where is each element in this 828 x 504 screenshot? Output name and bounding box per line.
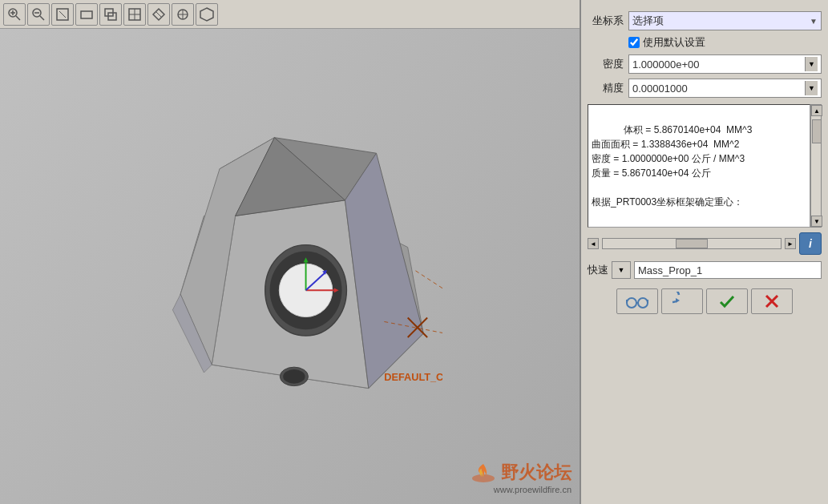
- use-default-checkbox[interactable]: [628, 37, 640, 48]
- quick-access-row: 快速 ▼: [588, 261, 822, 279]
- hscroll-row: ◄ ► i: [588, 232, 822, 255]
- preview-button[interactable]: [616, 288, 658, 314]
- model-3d: DEFAULT_CSYS: [138, 91, 442, 443]
- accuracy-label: 精度: [588, 81, 624, 95]
- coordinate-value: 选择项: [632, 14, 664, 28]
- scroll-thumb[interactable]: [812, 119, 822, 143]
- quick-dropdown[interactable]: ▼: [612, 261, 631, 279]
- density-label: 密度: [588, 57, 624, 71]
- info-button[interactable]: i: [799, 232, 822, 255]
- svg-line-16: [156, 11, 162, 18]
- coordinate-select[interactable]: 选择项 ▼: [628, 11, 822, 30]
- accuracy-field[interactable]: 0.00001000 ▼: [628, 79, 822, 98]
- scroll-track: [811, 116, 821, 216]
- zoom-fit-button[interactable]: [51, 3, 74, 26]
- results-text-area: 体积 = 5.8670140e+04 MM^3 曲面面积 = 1.3388436…: [588, 104, 810, 228]
- use-default-label: 使用默认设置: [643, 35, 705, 50]
- main-container: DEFAULT_CSYS 野火论坛 www.proewildfire.cn: [0, 0, 828, 504]
- density-arrow[interactable]: ▼: [805, 57, 818, 71]
- svg-point-47: [627, 298, 636, 308]
- view-button-6[interactable]: [196, 3, 218, 26]
- h-scroll-track: [602, 238, 782, 249]
- h-scroll-thumb[interactable]: [676, 239, 708, 248]
- svg-point-48: [638, 298, 648, 308]
- watermark: 野火论坛 www.proewildfire.cn: [471, 461, 572, 494]
- right-panel: 坐标系 选择项 ▼ 使用默认设置 密度 1.000000e+00 ▼: [580, 0, 828, 504]
- coordinate-row: 坐标系 选择项 ▼: [588, 11, 822, 30]
- svg-point-31: [283, 369, 305, 384]
- accuracy-value: 0.00001000: [632, 83, 688, 95]
- view-button-5[interactable]: [172, 3, 194, 26]
- view-button-1[interactable]: [75, 3, 98, 26]
- watermark-flame-icon: [471, 462, 496, 483]
- results-section: 体积 = 5.8670140e+04 MM^3 曲面面积 = 1.3388436…: [588, 104, 822, 228]
- coordinate-label: 坐标系: [588, 14, 624, 28]
- toolbar: [0, 0, 580, 29]
- zoom-out-button[interactable]: [27, 3, 50, 26]
- panel-content: 坐标系 选择项 ▼ 使用默认设置 密度 1.000000e+00 ▼: [581, 5, 828, 504]
- view-button-2[interactable]: [99, 3, 122, 26]
- svg-marker-52: [676, 298, 680, 303]
- accuracy-arrow[interactable]: ▼: [805, 81, 818, 95]
- confirm-button[interactable]: [706, 288, 748, 314]
- svg-rect-9: [81, 11, 92, 18]
- view-button-4[interactable]: [147, 3, 170, 26]
- viewport: DEFAULT_CSYS 野火论坛 www.proewildfire.cn: [0, 0, 580, 504]
- svg-text:DEFAULT_CSYS: DEFAULT_CSYS: [384, 370, 442, 382]
- action-buttons-row: [588, 288, 822, 314]
- coordinate-arrow: ▼: [810, 17, 818, 26]
- cancel-button[interactable]: [751, 288, 793, 314]
- use-default-row: 使用默认设置: [628, 35, 822, 50]
- rotate-button[interactable]: [661, 288, 703, 314]
- accuracy-row: 精度 0.00001000 ▼: [588, 79, 822, 98]
- watermark-url: www.proewildfire.cn: [494, 485, 572, 494]
- svg-line-8: [59, 11, 66, 18]
- results-content: 体积 = 5.8670140e+04 MM^3 曲面面积 = 1.3388436…: [592, 108, 797, 224]
- watermark-text: 野火论坛: [501, 461, 572, 485]
- view-button-3[interactable]: [123, 3, 146, 26]
- svg-line-5: [40, 16, 44, 20]
- scroll-down-button[interactable]: ▼: [811, 216, 822, 227]
- results-scrollbar[interactable]: ▲ ▼: [810, 104, 822, 228]
- svg-marker-20: [200, 8, 213, 21]
- svg-line-1: [16, 16, 20, 20]
- density-value: 1.000000e+00: [632, 58, 700, 71]
- scroll-right-button[interactable]: ►: [785, 238, 796, 249]
- scroll-up-button[interactable]: ▲: [811, 105, 822, 116]
- quick-label: 快速: [588, 263, 608, 277]
- scroll-left-button[interactable]: ◄: [588, 238, 599, 249]
- zoom-in-button[interactable]: [3, 3, 26, 26]
- model-area: DEFAULT_CSYS: [0, 29, 580, 504]
- quick-input[interactable]: [634, 261, 822, 279]
- density-field[interactable]: 1.000000e+00 ▼: [628, 54, 822, 74]
- density-row: 密度 1.000000e+00 ▼: [588, 54, 822, 74]
- watermark-logo: 野火论坛: [471, 461, 572, 485]
